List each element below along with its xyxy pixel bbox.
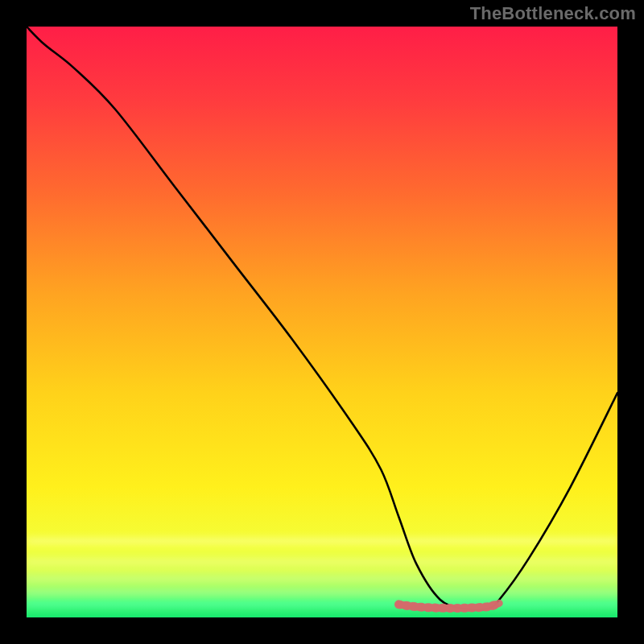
flat-bottom-marker-dots (398, 603, 499, 608)
watermark-text: TheBottleneck.com (470, 3, 636, 24)
chart-frame: TheBottleneck.com (0, 0, 644, 644)
plot-area (27, 27, 617, 617)
curve-layer (27, 27, 617, 617)
bottleneck-curve (27, 27, 617, 609)
